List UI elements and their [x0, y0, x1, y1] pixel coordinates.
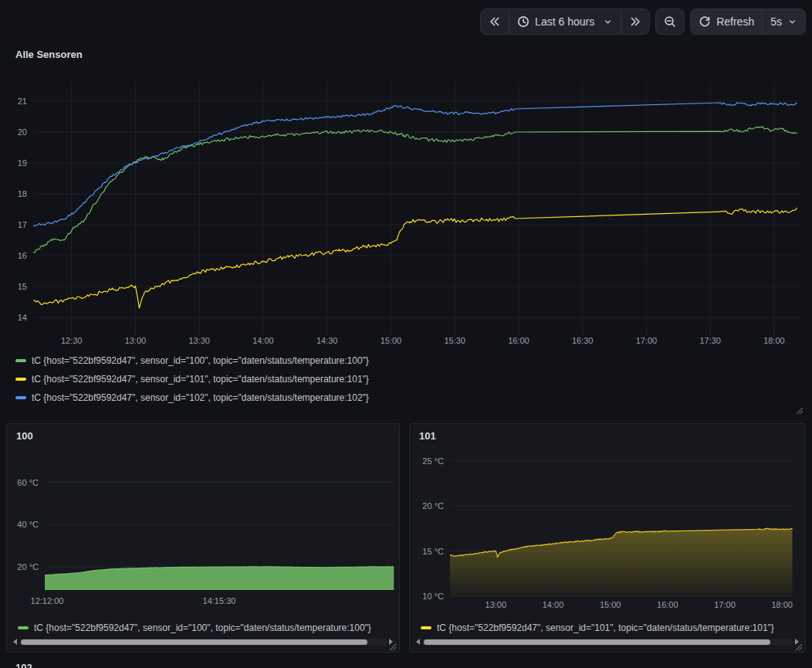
svg-text:15:30: 15:30	[444, 336, 465, 345]
panel-101: 101 10 °C15 °C20 °C25 °C13:0014:0015:001…	[409, 423, 806, 653]
chevrons-right-icon	[629, 15, 641, 28]
svg-text:16:00: 16:00	[508, 336, 529, 345]
series-color-swatch	[18, 626, 29, 629]
time-controls: Last 6 hours R	[480, 8, 806, 35]
series-color-swatch	[15, 359, 26, 362]
legend-item[interactable]: tC {host="522bf9592d47", sensor_id="101"…	[410, 619, 800, 636]
zoom-out-group	[655, 8, 685, 35]
refresh-button[interactable]: Refresh	[691, 9, 762, 34]
svg-text:12:30: 12:30	[61, 336, 83, 345]
legend-item[interactable]: tC {host="522bf9592d47", sensor_id="100"…	[7, 619, 394, 636]
svg-text:20 °C: 20 °C	[17, 562, 39, 571]
panel-title[interactable]: Alle Sensoren	[15, 49, 83, 60]
svg-text:15:00: 15:00	[600, 600, 621, 609]
svg-text:14:00: 14:00	[543, 600, 564, 609]
svg-text:13:00: 13:00	[486, 600, 507, 609]
refresh-label: Refresh	[716, 15, 754, 28]
refresh-interval-label: 5s	[770, 15, 782, 28]
svg-text:18: 18	[18, 189, 27, 198]
scrollbar-thumb[interactable]	[424, 639, 770, 645]
svg-text:17:00: 17:00	[714, 600, 736, 609]
svg-text:15:00: 15:00	[381, 336, 402, 345]
dashboard-page: Last 6 hours R	[0, 0, 812, 668]
svg-text:13:00: 13:00	[125, 336, 147, 345]
panel-102: 102	[6, 658, 400, 668]
scrollbar-track[interactable]	[421, 639, 793, 646]
legend-label: tC {host="522bf9592d47", sensor_id="100"…	[32, 355, 369, 366]
legend-label: tC {host="522bf9592d47", sensor_id="101"…	[32, 374, 369, 385]
svg-text:17:00: 17:00	[636, 336, 658, 345]
legend-label: tC {host="522bf9592d47", sensor_id="102"…	[32, 392, 369, 403]
svg-text:12:12:00: 12:12:00	[31, 596, 64, 605]
panel-title[interactable]: 102	[15, 662, 32, 668]
svg-text:60 °C: 60 °C	[17, 478, 39, 487]
svg-text:14: 14	[18, 313, 27, 322]
sync-icon	[699, 15, 711, 28]
svg-text:14:15:30: 14:15:30	[203, 596, 236, 605]
zoom-out-icon	[664, 15, 676, 28]
svg-text:16:30: 16:30	[572, 336, 594, 345]
svg-text:17:30: 17:30	[699, 336, 721, 345]
chevron-down-icon	[787, 17, 797, 27]
zoom-out-button[interactable]	[656, 9, 684, 34]
legend: tC {host="522bf9592d47", sensor_id="100"…	[6, 351, 793, 407]
legend: tC {host="522bf9592d47", sensor_id="101"…	[410, 619, 800, 636]
svg-text:16:00: 16:00	[657, 600, 678, 609]
chevrons-left-icon	[489, 15, 501, 28]
timeseries-chart-alle-sensoren[interactable]: 141516171819202112:3013:0013:3014:0014:3…	[6, 70, 806, 354]
svg-text:18:00: 18:00	[763, 336, 785, 345]
horizontal-scrollbar[interactable]	[13, 637, 393, 646]
clock-icon	[517, 15, 529, 28]
refresh-interval-picker[interactable]: 5s	[762, 9, 805, 34]
legend-label: tC {host="522bf9592d47", sensor_id="101"…	[437, 622, 774, 633]
svg-text:15 °C: 15 °C	[422, 547, 444, 556]
scroll-left-icon[interactable]	[13, 639, 17, 645]
chevron-down-icon	[603, 17, 613, 27]
legend: tC {host="522bf9592d47", sensor_id="100"…	[7, 619, 394, 636]
scroll-left-icon[interactable]	[416, 639, 420, 645]
svg-text:20: 20	[18, 127, 27, 137]
scrollbar-track[interactable]	[19, 639, 387, 646]
series-color-swatch	[15, 378, 26, 381]
legend-label: tC {host="522bf9592d47", sensor_id="100"…	[34, 622, 371, 633]
svg-text:13:30: 13:30	[188, 336, 210, 345]
svg-text:14:30: 14:30	[316, 336, 338, 345]
panel-alle-sensoren: Alle Sensoren 141516171819202112:3013:00…	[6, 42, 806, 415]
series-color-swatch	[421, 626, 431, 629]
svg-text:20 °C: 20 °C	[422, 501, 444, 510]
legend-item[interactable]: tC {host="522bf9592d47", sensor_id="101"…	[6, 370, 793, 388]
refresh-group: Refresh 5s	[690, 8, 806, 35]
time-shift-back-button[interactable]	[481, 9, 509, 34]
svg-text:10 °C: 10 °C	[422, 592, 444, 601]
legend-item[interactable]: tC {host="522bf9592d47", sensor_id="100"…	[6, 351, 793, 370]
svg-text:18:00: 18:00	[771, 600, 793, 609]
panel-resize-handle[interactable]	[387, 640, 397, 649]
svg-text:14:00: 14:00	[252, 336, 274, 345]
legend-item[interactable]: tC {host="522bf9592d47", sensor_id="102"…	[6, 388, 793, 407]
svg-text:16: 16	[18, 251, 27, 260]
time-range-label: Last 6 hours	[535, 15, 594, 28]
svg-text:21: 21	[18, 97, 27, 106]
panel-100: 100 20 °C40 °C60 °C12:12:0014:15:30 tC {…	[6, 423, 400, 653]
time-picker-group: Last 6 hours	[480, 8, 650, 35]
panel-resize-handle[interactable]	[793, 640, 803, 649]
panel-resize-handle[interactable]	[794, 404, 804, 413]
svg-text:25 °C: 25 °C	[422, 456, 444, 466]
time-range-picker[interactable]: Last 6 hours	[509, 9, 621, 34]
horizontal-scrollbar[interactable]	[416, 637, 799, 646]
time-shift-forward-button[interactable]	[621, 9, 649, 34]
scrollbar-thumb[interactable]	[21, 639, 367, 645]
svg-text:19: 19	[18, 158, 27, 168]
svg-text:17: 17	[18, 220, 27, 229]
svg-text:15: 15	[18, 282, 27, 291]
svg-text:40 °C: 40 °C	[17, 520, 39, 529]
series-color-swatch	[15, 396, 26, 399]
